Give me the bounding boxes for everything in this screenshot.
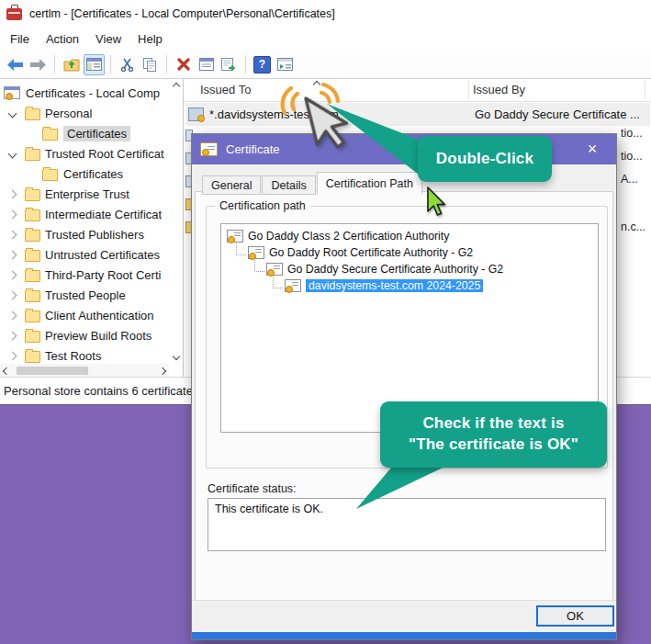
tree-vertical-scrollbar[interactable] (169, 79, 183, 364)
chevron-down-icon[interactable] (8, 108, 17, 118)
sidebar-item-trusted-publishers[interactable]: Trusted Publishers (0, 224, 169, 244)
chevron-down-icon[interactable] (8, 149, 17, 158)
folder-icon (25, 230, 40, 242)
tree-horizontal-scrollbar[interactable] (0, 364, 169, 378)
delete-icon[interactable] (173, 54, 194, 75)
menu-bar: File Action View Help (0, 28, 651, 51)
certificate-dialog: Certificate × General Details Certificat… (191, 133, 617, 640)
sidebar-item-third-party[interactable]: Third-Party Root Certi (0, 265, 169, 285)
chevron-right-icon[interactable] (8, 189, 17, 198)
tree-connector (254, 260, 264, 272)
dialog-tabs: General Details Certification Path (202, 172, 423, 195)
certificate-icon (188, 107, 204, 121)
sidebar-item-personal-certificates[interactable]: Certificates (0, 123, 169, 143)
chevron-right-icon[interactable] (8, 230, 17, 239)
folder-icon (25, 189, 40, 201)
dialog-bottom-border (192, 632, 616, 639)
up-level-icon[interactable] (61, 54, 82, 75)
certificate-row-davidsystems[interactable]: *.davidsystems-test.com Go Daddy Secure … (185, 103, 650, 126)
toolbar-separator (245, 55, 246, 73)
ok-button[interactable]: OK (536, 605, 614, 627)
tab-details[interactable]: Details (262, 175, 315, 195)
chevron-right-icon[interactable] (8, 351, 17, 360)
console-root-icon (4, 86, 20, 99)
folder-icon (42, 169, 58, 181)
sidebar-item-trusted-people[interactable]: Trusted People (0, 285, 169, 305)
sidebar-item-enterprise-trust[interactable]: Enterprise Trust (0, 184, 169, 204)
path-item-leaf-selected[interactable]: davidsystems-test.com 2024-2025 (221, 277, 598, 294)
menu-action[interactable]: Action (38, 29, 87, 49)
hidden-row-text: n.c... (621, 220, 645, 233)
export-list-icon[interactable] (219, 54, 240, 75)
properties-icon[interactable] (196, 54, 217, 75)
cut-icon[interactable] (117, 54, 138, 75)
check-text-callout: Check if the text is "The certificate is… (380, 401, 607, 468)
action-pane-icon[interactable] (275, 54, 296, 75)
sort-ascending-icon (313, 81, 320, 88)
hidden-row-text: A... (621, 173, 638, 186)
sidebar-item-client-auth[interactable]: Client Authentication (0, 305, 169, 325)
toolbar: ? (0, 51, 651, 79)
chevron-right-icon[interactable] (8, 270, 17, 279)
certificate-icon (285, 279, 301, 292)
chevron-right-icon[interactable] (8, 209, 17, 219)
chevron-right-icon[interactable] (8, 290, 17, 299)
copy-icon[interactable] (140, 54, 161, 75)
folder-icon (25, 209, 40, 221)
certificate-icon (200, 142, 218, 156)
sidebar-item-test-roots[interactable]: Test Roots (0, 345, 169, 364)
toolbar-separator (54, 55, 55, 73)
sidebar-item-trusted-root-certificates[interactable]: Certificates (0, 164, 169, 184)
back-icon[interactable] (5, 54, 26, 75)
desktop: certlm - [Certificates - Local Computer\… (0, 0, 651, 644)
console-tree-toggle-icon[interactable] (84, 54, 105, 75)
certlm-app-icon (6, 8, 22, 20)
chevron-right-icon[interactable] (8, 250, 17, 259)
certificate-status-label: Certificate status: (208, 482, 297, 495)
folder-icon (25, 149, 40, 161)
close-icon[interactable]: × (577, 134, 608, 164)
title-bar[interactable]: certlm - [Certificates - Local Computer\… (0, 0, 651, 28)
path-item-root-g2[interactable]: Go Daddy Root Certificate Authority - G2 (221, 244, 598, 261)
path-item-secure-g2[interactable]: Go Daddy Secure Certificate Authority - … (221, 261, 598, 277)
scroll-right-icon[interactable] (159, 367, 166, 374)
console-tree-panel: Certificates - Local Comp Personal Certi… (0, 79, 184, 378)
folder-icon (25, 331, 40, 343)
sidebar-item-intermediate[interactable]: Intermediate Certificat (0, 204, 169, 224)
path-item-root[interactable]: Go Daddy Class 2 Certification Authority (221, 228, 598, 244)
status-text: Personal store contains 6 certificates (4, 384, 198, 398)
folder-icon (25, 270, 40, 282)
scroll-down-icon[interactable] (172, 353, 179, 360)
folder-icon (25, 108, 40, 120)
menu-help[interactable]: Help (129, 29, 171, 49)
dialog-title-bar[interactable]: Certificate × (192, 134, 616, 164)
menu-file[interactable]: File (2, 29, 38, 49)
sidebar-item-preview-build[interactable]: Preview Build Roots (0, 325, 169, 345)
column-divider[interactable] (468, 81, 469, 99)
tree-connector (236, 243, 246, 255)
certificate-icon (248, 246, 264, 259)
column-divider[interactable] (645, 81, 645, 99)
certification-path-page: Certification path Go Daddy Class 2 Cert… (195, 191, 613, 603)
chevron-right-icon[interactable] (8, 311, 17, 320)
sidebar-item-trusted-root[interactable]: Trusted Root Certificat (0, 143, 169, 164)
scroll-up-icon[interactable] (172, 83, 179, 90)
menu-view[interactable]: View (87, 29, 129, 49)
sidebar-item-root[interactable]: Certificates - Local Comp (0, 83, 169, 103)
tab-general[interactable]: General (202, 175, 261, 195)
scroll-left-icon[interactable] (3, 367, 10, 374)
certificate-status-box: This certificate is OK. (208, 498, 606, 551)
column-issued-by[interactable]: Issued By (473, 83, 525, 96)
folder-icon (25, 311, 40, 322)
folder-icon (25, 351, 40, 363)
forward-icon[interactable] (28, 54, 49, 75)
scrollbar-thumb[interactable] (17, 367, 88, 375)
sidebar-item-personal[interactable]: Personal (0, 103, 169, 123)
tab-certification-path[interactable]: Certification Path (317, 172, 422, 195)
help-icon[interactable]: ? (252, 54, 273, 75)
groupbox-label: Certification path (215, 199, 310, 212)
sidebar-item-untrusted[interactable]: Untrusted Certificates (0, 244, 169, 265)
chevron-right-icon[interactable] (8, 331, 17, 340)
column-issued-to[interactable]: Issued To (200, 83, 251, 96)
toolbar-separator (110, 55, 111, 73)
